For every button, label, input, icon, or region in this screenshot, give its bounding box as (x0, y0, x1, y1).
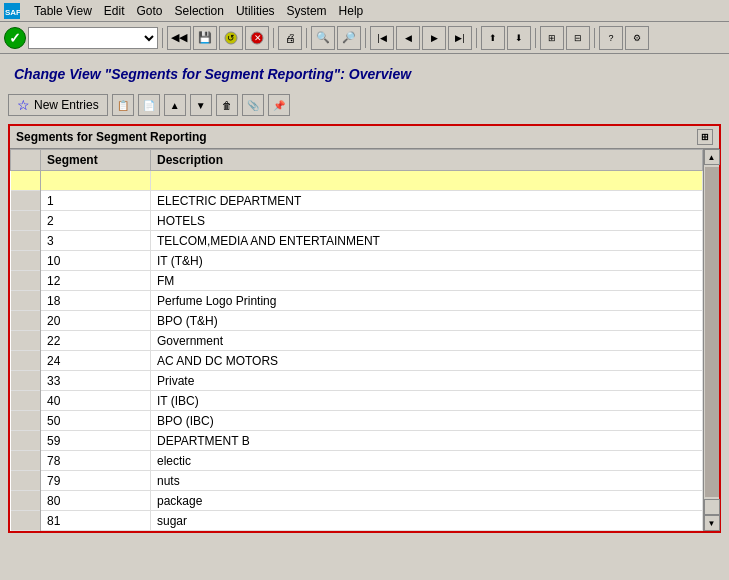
table-row[interactable]: 40IT (IBC) (11, 391, 703, 411)
first-page-btn[interactable]: |◀ (370, 26, 394, 50)
table-row[interactable]: 59DEPARTMENT B (11, 431, 703, 451)
next-page-btn[interactable]: ▶ (422, 26, 446, 50)
row-selector-cell[interactable] (11, 451, 41, 471)
details-btn[interactable]: 📄 (138, 94, 160, 116)
find-btn[interactable]: 🔍 (311, 26, 335, 50)
description-cell: BPO (IBC) (151, 411, 703, 431)
print-btn[interactable]: 🖨 (278, 26, 302, 50)
separator-6 (535, 28, 536, 48)
copy-btn[interactable]: 📋 (112, 94, 134, 116)
table-row[interactable]: 79nuts (11, 471, 703, 491)
table-row[interactable]: 78electic (11, 451, 703, 471)
help-icon-btn[interactable]: ? (599, 26, 623, 50)
row-selector-cell[interactable] (11, 211, 41, 231)
segment-cell: 59 (41, 431, 151, 451)
table-row[interactable]: 10IT (T&H) (11, 251, 703, 271)
row-selector-cell[interactable] (11, 191, 41, 211)
scroll-checkbox[interactable] (704, 499, 720, 515)
menu-edit[interactable]: Edit (98, 2, 131, 20)
segment-cell: 80 (41, 491, 151, 511)
scroll-thumb[interactable] (705, 167, 719, 497)
table-row[interactable]: 18Perfume Logo Printing (11, 291, 703, 311)
row-selector-cell[interactable] (11, 431, 41, 451)
row-selector-cell[interactable] (11, 391, 41, 411)
vertical-scrollbar[interactable]: ▲ ▼ (703, 149, 719, 531)
last-page-btn[interactable]: ▶| (448, 26, 472, 50)
segment-table: Segment Description 1ELECTRIC DEPARTMENT… (10, 149, 703, 531)
menu-help[interactable]: Help (333, 2, 370, 20)
sap-logo-icon: SAP (4, 3, 20, 19)
description-cell: DEPARTMENT B (151, 431, 703, 451)
move-up-btn[interactable]: ▲ (164, 94, 186, 116)
table-row[interactable]: 50BPO (IBC) (11, 411, 703, 431)
row-selector-cell[interactable] (11, 371, 41, 391)
row-selector-cell[interactable] (11, 331, 41, 351)
row-selector-cell[interactable] (11, 311, 41, 331)
menu-goto[interactable]: Goto (131, 2, 169, 20)
description-cell: BPO (T&H) (151, 311, 703, 331)
menu-table-view[interactable]: Table View (28, 2, 98, 20)
table-row[interactable]: 33Private (11, 371, 703, 391)
segment-cell: 50 (41, 411, 151, 431)
description-cell: Government (151, 331, 703, 351)
row-selector-cell[interactable] (11, 411, 41, 431)
stop-btn[interactable]: ✕ (245, 26, 269, 50)
table-row[interactable]: 1ELECTRIC DEPARTMENT (11, 191, 703, 211)
row-selector-cell[interactable] (11, 171, 41, 191)
scroll-down-btn[interactable]: ▼ (704, 515, 720, 531)
column-resize-icon[interactable]: ⊞ (697, 129, 713, 145)
move-down-btn[interactable]: ▼ (190, 94, 212, 116)
back-btn[interactable]: ↺ (219, 26, 243, 50)
menu-system[interactable]: System (281, 2, 333, 20)
description-cell: Perfume Logo Printing (151, 291, 703, 311)
table-row[interactable]: 20BPO (T&H) (11, 311, 703, 331)
segment-cell: 20 (41, 311, 151, 331)
menu-bar: SAP Table View Edit Goto Selection Utili… (0, 0, 729, 22)
separator-5 (476, 28, 477, 48)
table-row[interactable]: 3TELCOM,MEDIA AND ENTERTAINMENT (11, 231, 703, 251)
confirm-button[interactable]: ✓ (4, 27, 26, 49)
table-row[interactable]: 80package (11, 491, 703, 511)
customize-btn[interactable]: ⚙ (625, 26, 649, 50)
row-selector-cell[interactable] (11, 491, 41, 511)
segment-cell: 78 (41, 451, 151, 471)
row-selector-cell[interactable] (11, 471, 41, 491)
table-section-title: Segments for Segment Reporting (16, 130, 207, 144)
table-row[interactable]: 24AC AND DC MOTORS (11, 351, 703, 371)
layout-btn[interactable]: ⊞ (540, 26, 564, 50)
prev-page-btn[interactable]: ◀ (396, 26, 420, 50)
menu-utilities[interactable]: Utilities (230, 2, 281, 20)
row-selector-cell[interactable] (11, 251, 41, 271)
row-selector-cell[interactable] (11, 231, 41, 251)
table-row[interactable]: 22Government (11, 331, 703, 351)
table-row[interactable]: 12FM (11, 271, 703, 291)
new-entries-button[interactable]: ☆ New Entries (8, 94, 108, 116)
find-next-btn[interactable]: 🔎 (337, 26, 361, 50)
description-cell: package (151, 491, 703, 511)
menu-selection[interactable]: Selection (169, 2, 230, 20)
nav-first-btn[interactable]: ◀◀ (167, 26, 191, 50)
secondary-toolbar: ☆ New Entries 📋 📄 ▲ ▼ 🗑 📎 📌 (8, 94, 721, 116)
segment-cell: 3 (41, 231, 151, 251)
row-selector-cell[interactable] (11, 291, 41, 311)
segment-cell: 81 (41, 511, 151, 531)
extra-btn1[interactable]: 📎 (242, 94, 264, 116)
transaction-dropdown[interactable] (28, 27, 158, 49)
upload-btn[interactable]: ⬆ (481, 26, 505, 50)
download-btn[interactable]: ⬇ (507, 26, 531, 50)
layout2-btn[interactable]: ⊟ (566, 26, 590, 50)
row-selector-cell[interactable] (11, 511, 41, 531)
scroll-up-btn[interactable]: ▲ (704, 149, 720, 165)
separator-3 (306, 28, 307, 48)
description-cell: sugar (151, 511, 703, 531)
row-selector-cell[interactable] (11, 351, 41, 371)
table-row[interactable]: 81sugar (11, 511, 703, 531)
segment-cell: 18 (41, 291, 151, 311)
table-row[interactable] (11, 171, 703, 191)
extra-btn2[interactable]: 📌 (268, 94, 290, 116)
table-row[interactable]: 2HOTELS (11, 211, 703, 231)
delete-btn[interactable]: 🗑 (216, 94, 238, 116)
save-btn[interactable]: 💾 (193, 26, 217, 50)
segment-cell: 22 (41, 331, 151, 351)
row-selector-cell[interactable] (11, 271, 41, 291)
